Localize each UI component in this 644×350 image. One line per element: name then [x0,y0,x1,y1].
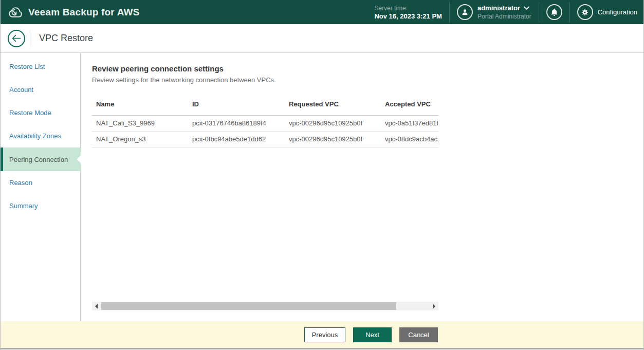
sidebar-item-account[interactable]: Account [1,78,80,101]
table-row[interactable]: NAT_Cali_S3_9969 pcx-03176746ba86189f4 v… [92,115,438,131]
user-name: administrator [477,4,520,12]
sidebar-item-reason[interactable]: Reason [1,171,80,194]
table-row[interactable]: NAT_Oregon_s3 pcx-0fbc94abe5de1dd62 vpc-… [92,131,438,147]
cancel-button[interactable]: Cancel [399,327,438,342]
veeam-logo-icon [7,5,23,20]
page-body: Restore List Account Restore Mode Availa… [1,53,643,321]
app-title: Veeam Backup for AWS [28,7,140,18]
header-actions: Server time: Nov 16, 2023 3:21 PM admini… [374,2,637,23]
column-header-requested-vpc: Requested VPC [285,97,381,115]
brand: Veeam Backup for AWS [7,5,140,20]
table-header-row: Name ID Requested VPC Accepted VPC [92,97,438,115]
vertical-separator [30,30,30,47]
user-avatar-icon [457,4,473,20]
scrollbar-right-arrow-button[interactable] [430,302,438,310]
scrollbar-thumb[interactable] [101,302,396,310]
sidebar-item-summary[interactable]: Summary [1,194,80,217]
cell-requested-vpc: vpc-00296d95c10925b0f [285,131,381,147]
wizard-footer: Previous Next Cancel [1,321,643,349]
vertical-separator [569,2,570,23]
server-time-label: Server time: [374,4,442,12]
horizontal-scrollbar[interactable] [92,302,438,310]
sidebar-item-label: Reason [9,179,32,187]
previous-button[interactable]: Previous [304,327,345,342]
gear-icon [577,4,593,20]
main-content: Review peering connection settings Revie… [81,53,643,321]
sidebar-item-label: Restore Mode [9,109,51,117]
cell-id: pcx-0fbc94abe5de1dd62 [188,131,285,147]
configuration-button[interactable]: Configuration [577,4,637,20]
sidebar-item-label: Summary [9,202,38,210]
wizard-steps-sidebar: Restore List Account Restore Mode Availa… [1,53,81,321]
page-title: VPC Restore [39,33,93,44]
scrollbar-left-arrow-button[interactable] [92,302,101,310]
section-subheading: Review settings for the networking conne… [92,76,643,84]
user-role: Portal Administrator [477,12,531,21]
notifications-button[interactable] [546,4,562,20]
column-header-name: Name [92,97,188,115]
bell-icon [550,8,558,16]
sidebar-item-restore-list[interactable]: Restore List [1,55,80,78]
sidebar-item-peering-connection[interactable]: Peering Connection [1,148,81,171]
user-menu[interactable]: administrator Portal Administrator [457,4,531,21]
sidebar-item-label: Account [9,86,33,94]
cell-id: pcx-03176746ba86189f4 [188,115,285,131]
next-button[interactable]: Next [353,327,392,342]
back-button[interactable] [8,30,25,47]
server-time: Server time: Nov 16, 2023 3:21 PM [374,4,442,21]
right-arrow-icon [433,304,435,309]
chevron-down-icon [524,6,529,10]
vertical-separator [539,2,539,23]
sidebar-item-availability-zones[interactable]: Availability Zones [1,124,80,148]
back-arrow-icon [12,34,21,42]
sidebar-item-restore-mode[interactable]: Restore Mode [1,101,80,124]
user-text: administrator Portal Administrator [477,4,531,21]
vertical-separator [449,2,450,23]
top-header-bar: Veeam Backup for AWS Server time: Nov 16… [1,0,643,24]
app-window: Veeam Backup for AWS Server time: Nov 16… [0,0,644,350]
cell-requested-vpc: vpc-00296d95c10925b0f [285,115,381,131]
column-header-accepted-vpc: Accepted VPC [381,97,438,115]
column-header-id: ID [188,97,285,115]
cell-name: NAT_Oregon_s3 [92,131,188,147]
sidebar-item-label: Peering Connection [9,156,68,163]
sidebar-item-label: Availability Zones [9,132,61,140]
left-arrow-icon [95,304,98,309]
sidebar-item-label: Restore List [9,63,45,70]
cell-name: NAT_Cali_S3_9969 [92,115,188,131]
server-time-value: Nov 16, 2023 3:21 PM [374,12,442,21]
title-bar: VPC Restore [1,24,643,53]
configuration-label: Configuration [598,8,637,16]
scrollbar-track[interactable] [101,302,430,310]
cell-accepted-vpc: vpc-08dc9acb4ac7 [381,131,438,147]
cell-accepted-vpc: vpc-0a51f37ed81f2 [381,115,438,131]
section-heading: Review peering connection settings [92,64,643,73]
peering-connections-table: Name ID Requested VPC Accepted VPC NAT_C… [92,97,438,148]
